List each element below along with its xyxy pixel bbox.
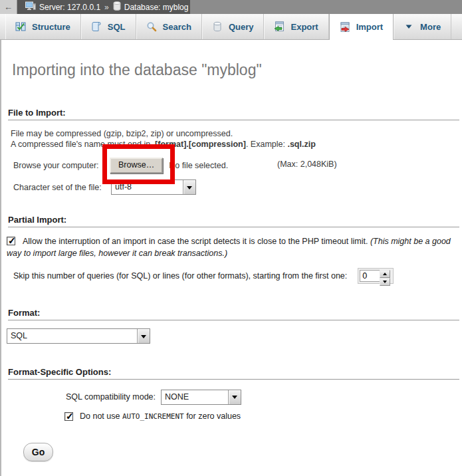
charset-row: Character set of the file: utf-8: [13, 179, 461, 195]
format-select[interactable]: SQL: [7, 328, 150, 344]
section-title-format: Format:: [8, 308, 459, 320]
tab-more[interactable]: More: [394, 14, 451, 39]
breadcrumb-bar: ← Server: 127.0.0.1 » Database: myblog: [0, 0, 462, 14]
help-line2-format: .[format].[compression]: [153, 140, 246, 149]
main-content: Importing into the database "myblog" Fil…: [0, 40, 462, 476]
skip-queries-input[interactable]: [360, 270, 380, 282]
sql-icon: [91, 21, 102, 32]
sql-compat-label: SQL compatibility mode:: [66, 392, 156, 402]
allow-interruption-text: Allow the interruption of an import in c…: [23, 237, 370, 246]
tab-label: SQL: [108, 22, 126, 32]
database-icon: [113, 1, 121, 13]
allow-interruption-row: Allow the interruption of an import in c…: [7, 236, 459, 259]
section-title-partial-import: Partial Import:: [8, 215, 459, 227]
auto-increment-code: AUTO_INCREMENT: [122, 412, 184, 421]
tab-sql[interactable]: SQL: [81, 14, 136, 39]
charset-label: Character set of the file:: [13, 183, 111, 192]
spinner-up-button[interactable]: [380, 270, 390, 278]
auto-increment-checkbox[interactable]: [64, 412, 73, 421]
section-title-file-to-import: File to Import:: [8, 108, 459, 120]
help-line2-prefix: A compressed file's name must end in: [11, 140, 153, 149]
structure-icon: [15, 21, 26, 32]
tab-label: More: [420, 22, 441, 32]
tab-label: Structure: [32, 22, 70, 32]
server-icon: [25, 1, 36, 13]
tab-import[interactable]: Import: [329, 14, 394, 40]
help-line2-mid: . Example:: [246, 140, 288, 149]
dropdown-arrow-icon: [137, 329, 150, 343]
import-icon: [340, 22, 350, 33]
browse-label: Browse your computer:: [13, 161, 110, 170]
query-icon: [212, 21, 223, 32]
search-icon: [146, 21, 157, 32]
charset-select[interactable]: utf-8: [111, 179, 196, 195]
tab-label: Export: [290, 22, 318, 32]
breadcrumb-database-link[interactable]: Database: myblog: [124, 3, 189, 12]
skip-queries-spinner: [358, 268, 394, 284]
sql-compat-select[interactable]: NONE: [161, 390, 241, 405]
file-import-help-text: File may be compressed (gzip, bzip2, zip…: [11, 128, 461, 150]
sql-compat-select-value: NONE: [162, 390, 228, 404]
breadcrumb: ← Server: 127.0.0.1 » Database: myblog: [0, 0, 190, 14]
tab-label: Import: [356, 22, 383, 32]
dropdown-arrow-icon: [228, 390, 241, 404]
skip-queries-row: Skip this number of queries (for SQL) or…: [13, 268, 461, 284]
tab-label: Query: [229, 22, 254, 32]
export-icon: [274, 21, 285, 32]
tab-label: Search: [163, 22, 191, 32]
spinner-down-button[interactable]: [380, 278, 390, 286]
browse-button[interactable]: Browse…: [110, 158, 163, 174]
help-line2-example: .sql.zip: [287, 140, 315, 149]
format-select-value: SQL: [7, 329, 137, 343]
spinner-buttons: [380, 270, 390, 282]
page-title: Importing into the database "myblog": [12, 40, 461, 79]
no-file-selected-text: No file selected.: [169, 161, 228, 170]
sql-compat-row: SQL compatibility mode: NONE: [66, 389, 461, 405]
help-line1: File may be compressed (gzip, bzip2, zip…: [11, 129, 233, 138]
more-chevron-icon: [404, 21, 414, 32]
breadcrumb-server-link[interactable]: Server: 127.0.0.1: [39, 3, 100, 12]
breadcrumb-separator: »: [104, 3, 110, 12]
go-button[interactable]: Go: [23, 443, 53, 461]
tab-export[interactable]: Export: [264, 14, 328, 39]
auto-increment-row: Do not use AUTO_INCREMENT for zero value…: [64, 412, 461, 421]
tab-search[interactable]: Search: [136, 14, 202, 39]
back-arrow-button[interactable]: ←: [0, 0, 17, 14]
allow-interruption-checkbox[interactable]: [7, 237, 15, 245]
charset-select-value: utf-8: [112, 180, 183, 194]
back-arrow-icon: ←: [4, 2, 13, 12]
dropdown-arrow-icon: [183, 180, 195, 194]
tab-query[interactable]: Query: [202, 14, 265, 39]
auto-increment-text: Do not use AUTO_INCREMENT for zero value…: [80, 412, 241, 421]
tab-bar: Structure SQL Search Query Export Import: [0, 14, 462, 40]
skip-queries-label: Skip this number of queries (for SQL) or…: [13, 271, 347, 281]
section-title-format-options: Format-Specific Options:: [8, 367, 459, 380]
browse-row: Browse your computer: Browse… No file se…: [13, 156, 461, 174]
tab-structure[interactable]: Structure: [5, 14, 81, 39]
max-size-text: (Max: 2,048KiB): [277, 160, 337, 169]
